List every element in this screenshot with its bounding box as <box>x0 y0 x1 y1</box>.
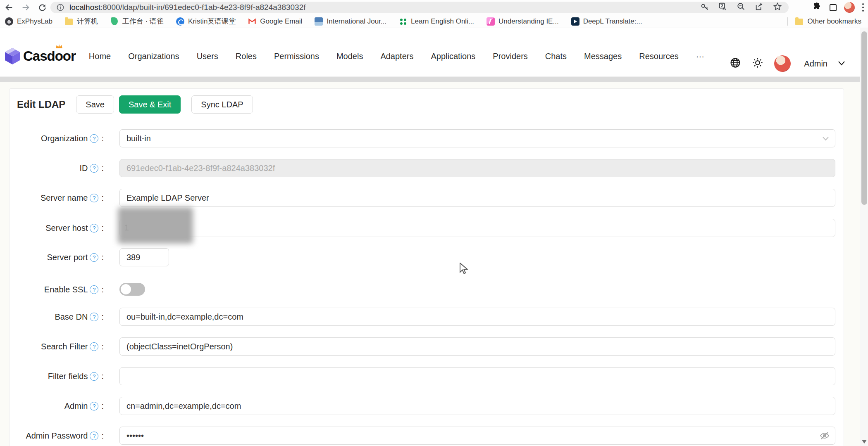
site-info-icon[interactable] <box>56 3 64 12</box>
url-host: localhost <box>69 3 100 12</box>
redaction-blur <box>118 207 193 244</box>
filter-fields-input[interactable] <box>119 367 835 385</box>
layout-divider <box>0 77 868 82</box>
bookmarks-separator <box>787 17 788 26</box>
reading-mode-icon[interactable] <box>830 4 837 11</box>
server-host-input[interactable] <box>119 219 835 237</box>
form-row-id: ID <box>10 159 844 177</box>
share-icon[interactable] <box>755 2 764 13</box>
search-filter-input[interactable] <box>119 337 835 356</box>
reload-icon[interactable] <box>36 2 48 13</box>
bookmark-learn-english[interactable]: Learn English Onli... <box>399 17 474 26</box>
bookmark-star-icon[interactable] <box>773 2 782 13</box>
forward-icon[interactable] <box>20 2 31 13</box>
address-bar[interactable]: localhost:8000/ldap/built-in/691edec0-f1… <box>50 2 789 13</box>
scrollbar-down-arrow[interactable] <box>862 440 867 444</box>
form-row-search-filter: Search Filter <box>10 337 844 356</box>
nav-item-chats[interactable]: Chats <box>545 52 567 61</box>
id-input <box>119 159 835 177</box>
admin-input[interactable] <box>119 397 835 415</box>
server-port-label: Server port <box>47 253 88 262</box>
organization-select[interactable]: built-in <box>119 129 835 147</box>
help-icon[interactable] <box>90 372 98 381</box>
admin-password-input[interactable] <box>119 427 835 445</box>
journal-icon <box>315 17 323 26</box>
form-row-admin: Admin <box>10 397 844 415</box>
help-icon[interactable] <box>90 342 98 351</box>
theme-sun-icon[interactable] <box>752 57 763 70</box>
scrollbar-thumb[interactable] <box>861 31 867 205</box>
eye-slash-icon[interactable] <box>820 431 830 442</box>
nav-item-adapters[interactable]: Adapters <box>380 52 413 61</box>
username[interactable]: Admin <box>804 59 827 69</box>
bookmark-deepl[interactable]: DeepL Translate:... <box>571 17 642 26</box>
admin-label: Admin <box>64 401 88 411</box>
folder-icon <box>795 17 804 26</box>
form-row-organization: Organization built-in <box>10 129 844 147</box>
form-row-filter-fields: Filter fields <box>10 367 844 385</box>
help-icon[interactable] <box>90 432 98 440</box>
nav-item-roles[interactable]: Roles <box>236 52 257 61</box>
language-globe-icon[interactable] <box>730 57 741 70</box>
page-title: Edit LDAP <box>17 99 65 110</box>
help-icon[interactable] <box>90 285 98 294</box>
deepl-icon <box>571 17 579 26</box>
base-dn-label: Base DN <box>55 312 88 322</box>
back-icon[interactable] <box>3 2 15 13</box>
save-exit-button[interactable]: Save & Exit <box>119 95 181 114</box>
page-scrollbar[interactable] <box>860 28 868 446</box>
zoom-out-icon[interactable] <box>737 2 746 13</box>
help-icon[interactable] <box>90 194 98 202</box>
nav-item-messages[interactable]: Messages <box>584 52 622 61</box>
nav-item-users[interactable]: Users <box>197 52 218 61</box>
enable-ssl-toggle[interactable] <box>119 283 145 296</box>
bookmark-journal[interactable]: International Jour... <box>315 17 386 26</box>
help-icon[interactable] <box>90 313 98 321</box>
help-icon[interactable] <box>90 164 98 173</box>
translate-icon[interactable] <box>718 2 727 13</box>
bookmark-kristin[interactable]: Kristin英语课堂 <box>176 17 236 26</box>
bookmark-yuque[interactable]: 工作台 · 语雀 <box>110 17 164 26</box>
browser-menu-icon[interactable] <box>862 7 864 8</box>
password-key-icon[interactable] <box>700 2 709 13</box>
server-port-input[interactable] <box>119 248 169 266</box>
server-name-input[interactable] <box>119 189 835 207</box>
other-bookmarks[interactable]: Other bookmarks <box>787 15 861 28</box>
nav-item-permissions[interactable]: Permissions <box>274 52 319 61</box>
casdoor-navbar: Casdoor Home Organizations Users Roles P… <box>0 28 868 77</box>
form-row-server-name: Server name <box>10 189 844 207</box>
help-icon[interactable] <box>90 134 98 143</box>
chevron-down-icon[interactable] <box>838 60 845 67</box>
nav-item-providers[interactable]: Providers <box>493 52 527 61</box>
casdoor-logo[interactable]: Casdoor <box>4 47 76 65</box>
help-icon[interactable] <box>90 253 98 262</box>
filter-fields-label: Filter fields <box>48 372 88 381</box>
server-host-label: Server host <box>45 223 88 233</box>
bookmark-gmail[interactable]: Google Email <box>248 17 302 26</box>
bookmark-understanding-ie[interactable]: Understanding IE... <box>486 17 559 26</box>
form-row-base-dn: Base DN <box>10 308 844 326</box>
browser-profile-avatar[interactable] <box>844 2 855 13</box>
form-row-enable-ssl: Enable SSL <box>10 280 844 299</box>
extensions-puzzle-icon[interactable] <box>812 2 822 13</box>
dots-grid-icon <box>399 17 407 26</box>
nav-item-resources[interactable]: Resources <box>639 52 679 61</box>
user-avatar[interactable] <box>774 55 791 72</box>
gmail-icon <box>248 17 256 26</box>
yuque-icon <box>110 17 119 26</box>
nav-item-more[interactable]: ··· <box>696 52 704 61</box>
save-button[interactable]: Save <box>76 95 114 114</box>
exphyslab-icon <box>5 17 13 26</box>
bookmark-computer[interactable]: 计算机 <box>65 17 98 26</box>
bookmark-exphyslab[interactable]: ExPhysLab <box>5 17 52 26</box>
crown-icon <box>55 44 63 49</box>
nav-item-home[interactable]: Home <box>89 52 111 61</box>
base-dn-input[interactable] <box>119 308 835 326</box>
brand-text: Casdoor <box>23 48 76 64</box>
nav-item-models[interactable]: Models <box>336 52 363 61</box>
help-icon[interactable] <box>90 402 98 410</box>
nav-item-organizations[interactable]: Organizations <box>128 52 179 61</box>
help-icon[interactable] <box>90 224 98 232</box>
nav-item-applications[interactable]: Applications <box>431 52 475 61</box>
sync-ldap-button[interactable]: Sync LDAP <box>191 95 253 114</box>
